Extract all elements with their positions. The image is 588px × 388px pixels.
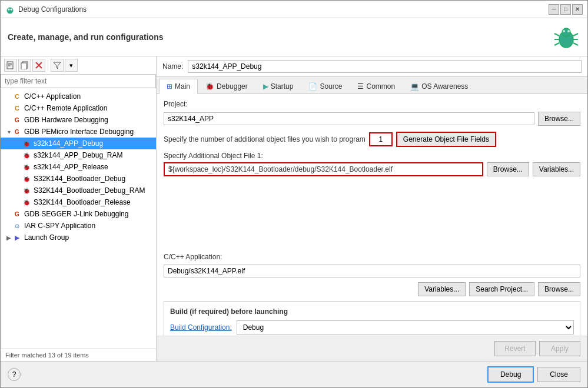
build-config-row: Build Configuration: Debug [170,320,574,335]
right-panel: Name: ⊞ Main 🐞 Debugger ▶ Startup � [157,56,587,361]
expander-launch-group[interactable]: ▶ [5,235,12,241]
tree-item-s32k144-app-debug-ram[interactable]: 🐞 s32k144_APP_Debug_RAM [1,149,156,161]
window-controls: ─ □ ✕ [549,4,583,15]
common-tab-icon: ☰ [357,82,364,91]
tab-debugger[interactable]: 🐞 Debugger [198,79,255,93]
filter-input[interactable] [1,75,156,88]
tree-item-gdb-pem[interactable]: ▾ G GDB PEMicro Interface Debugging [1,126,156,138]
tree-item-s32k144-app-debug[interactable]: 🐞 s32k144_APP_Debug [1,138,156,149]
tab-startup-label: Startup [271,82,294,91]
tree-item-launch-group-label: Launch Group [24,233,69,242]
left-toolbar: ▾ [1,56,156,75]
cpp-app-section: C/C++ Application: Variables... Search P… [164,253,580,296]
filter-button[interactable] [51,59,64,72]
help-button[interactable]: ? [8,368,21,381]
bottom-bar: Revert Apply [157,336,587,361]
dropdown-button[interactable]: ▾ [65,59,78,72]
tree-item-s32k144-boot-debug-ram-label: S32K144_Bootloader_Debug_RAM [34,186,145,195]
main-tab-icon: ⊞ [167,82,172,91]
close-window-button[interactable]: ✕ [572,4,583,15]
num-objects-row: Specify the number of additional object … [164,132,580,147]
cpp-app-row [164,265,580,277]
generate-object-fields-button[interactable]: Generate Object File Fields [396,132,496,147]
tree-item-s32k144-boot-release[interactable]: 🐞 S32K144_Bootloader_Release [1,196,156,208]
cpp-app-input[interactable] [164,265,580,277]
svg-marker-22 [54,62,61,69]
cpp-app-browse-button[interactable]: Browse... [538,282,580,296]
project-input[interactable] [164,112,534,125]
tree-item-s32k144-app-release-label: s32k144_APP_Release [34,163,108,171]
obj-file-1-input[interactable] [164,162,483,176]
duplicate-config-button[interactable] [18,59,31,72]
s32k144-app-debug-ram-icon: 🐞 [22,150,31,160]
svg-point-5 [562,28,570,36]
tab-source[interactable]: 📄 Source [301,79,350,93]
tree-item-iar-cspy[interactable]: ⊙ IAR C-SPY Application [1,220,156,232]
maximize-button[interactable]: □ [560,4,571,15]
build-config-select[interactable]: Debug [237,320,574,335]
debug-button[interactable]: Debug [487,366,534,383]
tab-os-awareness[interactable]: 💻 OS Awareness [403,79,476,93]
svg-rect-19 [21,63,26,69]
s32k144-boot-debug-icon: 🐞 [22,174,31,183]
tree-item-cpp-app[interactable]: C C/C++ Application [1,91,156,102]
new-config-button[interactable] [4,59,17,72]
search-project-button[interactable]: Search Project... [469,282,534,296]
tab-common[interactable]: ☰ Common [350,79,403,93]
delete-icon [35,61,43,69]
tree-item-launch-group[interactable]: ▶ ▶ Launch Group [1,232,156,243]
bug-icon [552,23,580,51]
content-area: ▾ C C/C++ Application C C/C++ Remote App… [1,56,587,361]
filter-status: Filter matched 13 of 19 items [1,349,156,361]
delete-config-button[interactable] [32,59,45,72]
gdb-segger-icon: G [12,209,22,219]
iar-cspy-icon: ⊙ [12,221,22,230]
tree-item-gdb-hw-label: GDB Hardware Debugging [24,116,108,124]
tree-item-s32k144-app-release[interactable]: 🐞 s32k144_APP_Release [1,161,156,173]
filter-icon [53,61,61,69]
tree-item-iar-cspy-label: IAR C-SPY Application [24,222,95,230]
s32k144-app-debug-icon: 🐞 [22,139,31,148]
tree-item-s32k144-boot-debug-ram[interactable]: 🐞 S32K144_Bootloader_Debug_RAM [1,185,156,196]
tree-item-s32k144-boot-debug-label: S32K144_Bootloader_Debug [34,175,125,183]
new-icon [6,61,15,69]
tree-item-s32k144-boot-debug[interactable]: 🐞 S32K144_Bootloader_Debug [1,173,156,185]
obj-file-browse-button[interactable]: Browse... [487,162,529,176]
title-bar: Debug Configurations ─ □ ✕ [1,1,587,18]
window-title: Debug Configurations [18,5,549,14]
config-tree: C C/C++ Application C C/C++ Remote Appli… [1,88,156,349]
cpp-app-label: C/C++ Application: [164,253,580,261]
apply-button[interactable]: Apply [539,341,580,356]
project-browse-button[interactable]: Browse... [538,112,580,126]
svg-point-13 [567,30,570,32]
tab-os-awareness-label: OS Awareness [421,82,468,91]
cpp-app-buttons-row: Variables... Search Project... Browse... [164,282,580,296]
variables-button[interactable]: Variables... [418,282,466,296]
debug-configurations-window: Debug Configurations ─ □ ✕ Create, manag… [0,0,588,388]
name-label: Name: [162,62,183,71]
obj-file-section: Specify Additional Object File 1: Browse… [164,152,580,176]
tree-item-s32k144-app-debug-ram-label: s32k144_APP_Debug_RAM [34,151,122,159]
num-objects-input[interactable] [369,132,393,146]
tab-main[interactable]: ⊞ Main [159,79,198,94]
minimize-button[interactable]: ─ [549,4,559,15]
config-name-input[interactable] [188,60,582,73]
debugger-tab-icon: 🐞 [205,82,214,91]
tree-item-gdb-segger[interactable]: G GDB SEGGER J-Link Debugging [1,208,156,220]
expander-gdb-pem[interactable]: ▾ [5,129,12,135]
cpp-app-icon: C [12,92,22,101]
build-config-link[interactable]: Build Configuration: [170,323,232,332]
tree-item-cpp-remote[interactable]: C C/C++ Remote Application [1,102,156,114]
project-row: Browse... [164,112,580,126]
svg-point-3 [9,11,12,12]
revert-button[interactable]: Revert [494,341,536,356]
tree-item-gdb-segger-label: GDB SEGGER J-Link Debugging [24,210,128,218]
svg-point-2 [11,8,12,10]
tabs-row: ⊞ Main 🐞 Debugger ▶ Startup 📄 Source ☰ [157,77,587,94]
tab-startup[interactable]: ▶ Startup [255,79,301,93]
close-button[interactable]: Close [537,367,580,382]
tree-item-gdb-hw[interactable]: G GDB Hardware Debugging [1,114,156,126]
left-panel: ▾ C C/C++ Application C C/C++ Remote App… [1,56,157,361]
obj-file-variables-button[interactable]: Variables... [533,162,580,176]
obj-file-1-row: Browse... Variables... [164,162,580,176]
